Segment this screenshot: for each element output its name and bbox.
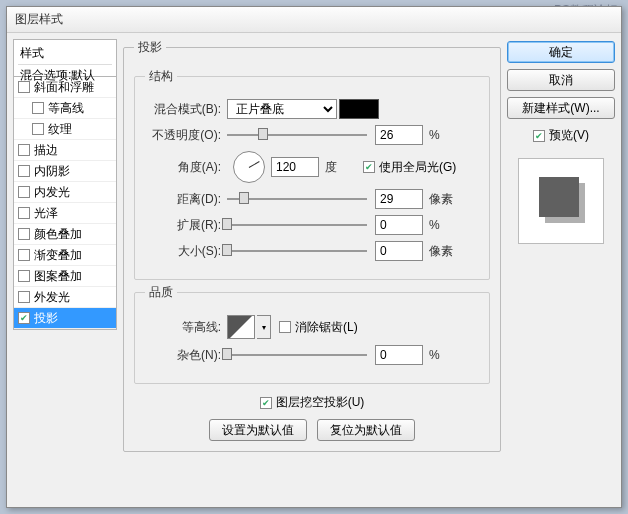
style-label: 内阴影: [34, 163, 70, 180]
style-item-7[interactable]: 颜色叠加: [14, 224, 116, 245]
make-default-button[interactable]: 设置为默认值: [209, 419, 307, 441]
style-item-3[interactable]: 描边: [14, 140, 116, 161]
shadow-color-swatch[interactable]: [339, 99, 379, 119]
drop-shadow-legend: 投影: [134, 39, 166, 56]
effect-settings: 投影 结构 混合模式(B): 正片叠底 不透明度(O): %: [123, 39, 501, 501]
style-checkbox[interactable]: [18, 228, 30, 240]
preview-thumbnail: [518, 158, 604, 244]
style-checkbox[interactable]: [18, 291, 30, 303]
titlebar: 图层样式: [7, 7, 621, 33]
angle-label: 角度(A):: [145, 159, 227, 176]
noise-input[interactable]: [375, 345, 423, 365]
styles-header[interactable]: 样式 混合选项:默认: [13, 39, 117, 77]
cancel-button[interactable]: 取消: [507, 69, 615, 91]
blend-mode-label: 混合模式(B):: [145, 101, 227, 118]
style-label: 投影: [34, 310, 58, 327]
contour-label: 等高线:: [145, 319, 227, 336]
distance-slider[interactable]: [227, 192, 367, 206]
styles-list: 斜面和浮雕等高线纹理描边内阴影内发光光泽颜色叠加渐变叠加图案叠加外发光投影: [13, 77, 117, 330]
distance-input[interactable]: [375, 189, 423, 209]
dialog-buttons: 确定 取消 新建样式(W)... 预览(V): [507, 39, 615, 501]
dialog-title: 图层样式: [15, 11, 63, 28]
styles-heading[interactable]: 样式: [18, 43, 112, 64]
contour-dropdown-icon[interactable]: ▾: [257, 315, 271, 339]
style-checkbox[interactable]: [18, 207, 30, 219]
drop-shadow-group: 投影 结构 混合模式(B): 正片叠底 不透明度(O): %: [123, 39, 501, 452]
style-item-4[interactable]: 内阴影: [14, 161, 116, 182]
contour-picker[interactable]: [227, 315, 255, 339]
knockout-label: 图层挖空投影(U): [276, 394, 365, 411]
style-label: 光泽: [34, 205, 58, 222]
style-checkbox[interactable]: [18, 144, 30, 156]
style-label: 内发光: [34, 184, 70, 201]
style-label: 颜色叠加: [34, 226, 82, 243]
reset-default-button[interactable]: 复位为默认值: [317, 419, 415, 441]
style-item-5[interactable]: 内发光: [14, 182, 116, 203]
style-item-11[interactable]: 投影: [14, 308, 116, 329]
style-checkbox[interactable]: [18, 312, 30, 324]
style-item-2[interactable]: 纹理: [14, 119, 116, 140]
style-item-6[interactable]: 光泽: [14, 203, 116, 224]
size-slider[interactable]: [227, 244, 367, 258]
style-label: 图案叠加: [34, 268, 82, 285]
opacity-label: 不透明度(O):: [145, 127, 227, 144]
preview-checkbox[interactable]: [533, 130, 545, 142]
structure-group: 结构 混合模式(B): 正片叠底 不透明度(O): %: [134, 68, 490, 280]
style-item-0[interactable]: 斜面和浮雕: [14, 77, 116, 98]
style-item-10[interactable]: 外发光: [14, 287, 116, 308]
ok-button[interactable]: 确定: [507, 41, 615, 63]
anti-alias-checkbox[interactable]: [279, 321, 291, 333]
layer-style-dialog: 图层样式 样式 混合选项:默认 斜面和浮雕等高线纹理描边内阴影内发光光泽颜色叠加…: [6, 6, 622, 508]
global-light-label: 使用全局光(G): [379, 159, 456, 176]
new-style-button[interactable]: 新建样式(W)...: [507, 97, 615, 119]
opacity-slider[interactable]: [227, 128, 367, 142]
style-item-9[interactable]: 图案叠加: [14, 266, 116, 287]
noise-label: 杂色(N):: [145, 347, 227, 364]
global-light-checkbox[interactable]: [363, 161, 375, 173]
anti-alias-label: 消除锯齿(L): [295, 319, 358, 336]
blend-mode-select[interactable]: 正片叠底: [227, 99, 337, 119]
styles-sidebar: 样式 混合选项:默认 斜面和浮雕等高线纹理描边内阴影内发光光泽颜色叠加渐变叠加图…: [13, 39, 117, 501]
angle-dial[interactable]: [233, 151, 265, 183]
style-label: 纹理: [48, 121, 72, 138]
style-checkbox[interactable]: [18, 249, 30, 261]
opacity-input[interactable]: [375, 125, 423, 145]
knockout-checkbox[interactable]: [260, 397, 272, 409]
spread-slider[interactable]: [227, 218, 367, 232]
style-item-8[interactable]: 渐变叠加: [14, 245, 116, 266]
style-checkbox[interactable]: [18, 270, 30, 282]
style-checkbox[interactable]: [18, 81, 30, 93]
quality-group: 品质 等高线: ▾ 消除锯齿(L) 杂色(N):: [134, 284, 490, 384]
size-label: 大小(S):: [145, 243, 227, 260]
style-checkbox[interactable]: [18, 165, 30, 177]
style-label: 外发光: [34, 289, 70, 306]
distance-label: 距离(D):: [145, 191, 227, 208]
style-label: 描边: [34, 142, 58, 159]
style-label: 斜面和浮雕: [34, 79, 94, 96]
style-checkbox[interactable]: [18, 186, 30, 198]
style-label: 渐变叠加: [34, 247, 82, 264]
spread-label: 扩展(R):: [145, 217, 227, 234]
style-item-1[interactable]: 等高线: [14, 98, 116, 119]
size-input[interactable]: [375, 241, 423, 261]
noise-slider[interactable]: [227, 348, 367, 362]
style-checkbox[interactable]: [32, 102, 44, 114]
preview-label: 预览(V): [549, 127, 589, 144]
angle-input[interactable]: [271, 157, 319, 177]
style-checkbox[interactable]: [32, 123, 44, 135]
spread-input[interactable]: [375, 215, 423, 235]
style-label: 等高线: [48, 100, 84, 117]
